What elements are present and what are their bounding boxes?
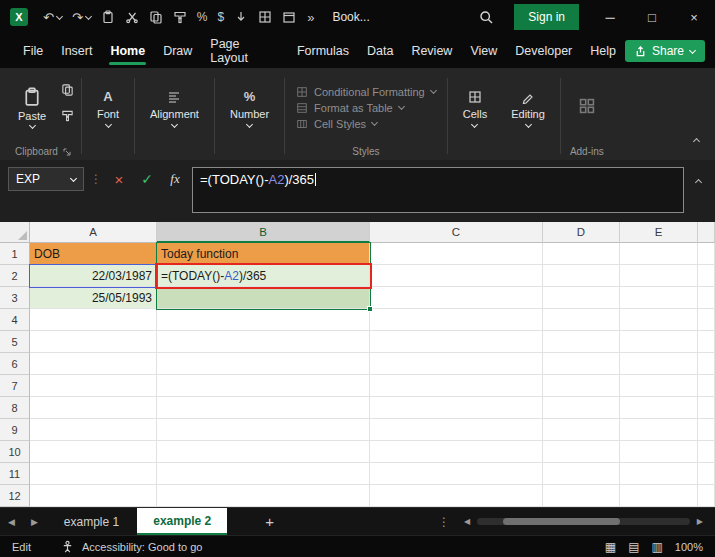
undo-dropdown-chevron-icon[interactable] [56,12,63,19]
cell-A5[interactable] [30,331,157,353]
cell-E7[interactable] [620,375,698,397]
scrollbar-thumb[interactable] [503,518,620,525]
clipboard-dialog-launcher-icon[interactable] [63,148,71,156]
row-header-11[interactable]: 11 [0,463,30,485]
row-header-6[interactable]: 6 [0,353,30,375]
cell-C10[interactable] [370,441,543,463]
row-header-2[interactable]: 2 [0,265,30,287]
close-button[interactable]: × [673,0,715,34]
cell-D7[interactable] [543,375,620,397]
column-header-E[interactable]: E [620,222,698,243]
row-header-8[interactable]: 8 [0,397,30,419]
page-break-view-icon[interactable]: ▥ [652,540,663,554]
menu-tab-formulas[interactable]: Formulas [288,34,358,68]
select-all-button[interactable] [0,222,30,243]
cell-C11[interactable] [370,463,543,485]
number-group-button[interactable]: % Number [218,72,281,160]
cell-A12[interactable] [30,485,157,507]
cell-C4[interactable] [370,309,543,331]
cell-B5[interactable] [157,331,370,353]
cell-C3[interactable] [370,287,543,309]
column-header-D[interactable]: D [543,222,620,243]
conditional-formatting-button[interactable]: Conditional Formatting [296,86,436,98]
search-button[interactable] [469,10,504,25]
cell-A3[interactable]: 25/05/1993 [30,287,157,309]
cell-D4[interactable] [543,309,620,331]
cell-E11[interactable] [620,463,698,485]
enter-formula-button[interactable]: ✓ [136,167,158,191]
menu-tab-draw[interactable]: Draw [154,34,201,68]
formula-bar-drag-handle[interactable]: ⋮ [90,167,102,186]
cell-E1[interactable] [620,243,698,265]
cancel-formula-button[interactable]: × [108,167,130,191]
sheet-tab-example-1[interactable]: example 1 [48,508,135,535]
cell-C6[interactable] [370,353,543,375]
cell-C2[interactable] [370,265,543,287]
cell-D3[interactable] [543,287,620,309]
cell-D6[interactable] [543,353,620,375]
column-header-A[interactable]: A [30,222,157,243]
row-header-9[interactable]: 9 [0,419,30,441]
cell-C8[interactable] [370,397,543,419]
ribbon-collapse-button[interactable] [694,130,709,160]
sheet-options-button[interactable]: ⋮ [428,515,460,529]
cell-A2[interactable]: 22/03/1987 [30,265,157,287]
row-header-1[interactable]: 1 [0,243,30,265]
new-sheet-button[interactable]: + [253,513,286,530]
cell-D2[interactable] [543,265,620,287]
cell-E6[interactable] [620,353,698,375]
menu-tab-developer[interactable]: Developer [506,34,581,68]
column-header-B[interactable]: B [157,222,370,243]
scroll-right-icon[interactable]: ▶ [693,517,707,526]
cell-A11[interactable] [30,463,157,485]
sign-in-button[interactable]: Sign in [514,4,579,30]
insert-function-button[interactable]: fx [164,167,186,191]
menu-tab-page-layout[interactable]: Page Layout [201,27,288,75]
redo-button[interactable]: ↷ [67,4,96,30]
cell-A4[interactable] [30,309,157,331]
cell-A8[interactable] [30,397,157,419]
cell-E5[interactable] [620,331,698,353]
cell-E2[interactable] [620,265,698,287]
copy-button[interactable] [56,80,78,98]
cell-B7[interactable] [157,375,370,397]
copy-quick-button[interactable] [144,4,168,30]
scroll-left-icon[interactable]: ◀ [460,517,474,526]
cell-B2[interactable]: =(TODAY()-A2)/365 [157,265,370,287]
cell-C7[interactable] [370,375,543,397]
zoom-level[interactable]: 100% [675,541,703,553]
cell-A1[interactable]: DOB [30,243,157,265]
accessibility-status[interactable]: Accessibility: Good to go [82,541,202,553]
menu-tab-data[interactable]: Data [358,34,402,68]
cell-D12[interactable] [543,485,620,507]
cell-E10[interactable] [620,441,698,463]
font-group-button[interactable]: A Font [85,72,131,160]
menu-tab-help[interactable]: Help [581,34,625,68]
menu-tab-file[interactable]: File [14,34,52,68]
menu-tab-review[interactable]: Review [402,34,461,68]
cell-C12[interactable] [370,485,543,507]
cell-D10[interactable] [543,441,620,463]
cell-B9[interactable] [157,419,370,441]
formula-input[interactable]: =(TODAY()-A2)/365 [192,167,684,213]
cell-A10[interactable] [30,441,157,463]
cells-group-button[interactable]: Cells [451,72,499,160]
cell-B8[interactable] [157,397,370,419]
format-painter-quick-button[interactable] [168,4,192,30]
cell-E9[interactable] [620,419,698,441]
menu-tab-view[interactable]: View [461,34,506,68]
formula-bar-collapse-button[interactable] [690,167,707,193]
cell-E8[interactable] [620,397,698,419]
sheet-nav-right-icon[interactable]: ▶ [23,517,46,527]
minimize-button[interactable]: ─ [589,0,631,34]
cell-E3[interactable] [620,287,698,309]
cell-C1[interactable] [370,243,543,265]
cell-B6[interactable] [157,353,370,375]
horizontal-scrollbar[interactable]: ◀ ▶ [460,517,715,526]
addins-button[interactable] [578,97,596,119]
cut-button[interactable] [120,4,144,30]
paste-button[interactable]: Paste [8,72,56,143]
scrollbar-track[interactable] [477,518,690,525]
share-button[interactable]: Share [625,40,705,62]
cell-C5[interactable] [370,331,543,353]
